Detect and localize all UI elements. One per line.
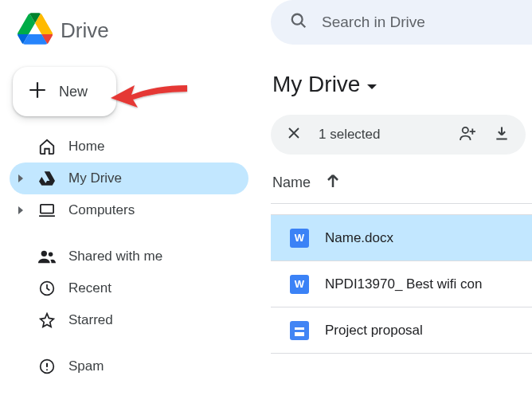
home-icon: [37, 138, 57, 155]
star-icon: [37, 312, 57, 328]
file-name: Project proposal: [325, 323, 423, 339]
file-list: W Name.docx W NPDI13970_ Best wifi con P…: [271, 203, 532, 354]
selection-count: 1 selected: [319, 127, 381, 143]
download-icon[interactable]: [494, 125, 510, 145]
sidebar-item-label: Shared with me: [68, 249, 162, 264]
selection-bar: 1 selected: [271, 115, 526, 155]
column-header-name[interactable]: Name: [271, 174, 532, 192]
plus-icon: [27, 80, 48, 104]
close-icon[interactable]: [287, 126, 301, 144]
sidebar-item-label: Spam: [68, 358, 104, 374]
chevron-down-icon: [366, 72, 377, 97]
spam-icon: [37, 358, 57, 374]
sidebar-item-starred[interactable]: Starred: [10, 304, 248, 336]
chevron-right-icon: [18, 174, 25, 182]
sidebar-item-recent[interactable]: Recent: [10, 272, 248, 304]
file-name: NPDI13970_ Best wifi con: [325, 276, 483, 292]
sidebar-item-my-drive[interactable]: My Drive: [10, 163, 248, 194]
sidebar-item-label: My Drive: [68, 170, 122, 186]
search-icon: [290, 12, 307, 33]
sidebar-item-label: Starred: [68, 312, 113, 328]
new-button-label: New: [59, 84, 88, 100]
file-row[interactable]: W Name.docx: [271, 215, 532, 261]
sidebar-item-label: Recent: [68, 280, 111, 296]
new-button[interactable]: New: [13, 67, 116, 116]
svg-point-1: [41, 251, 47, 256]
svg-rect-0: [41, 205, 53, 213]
share-icon[interactable]: [459, 126, 476, 144]
computers-icon: [37, 203, 57, 217]
svg-point-7: [463, 127, 468, 132]
people-icon: [37, 249, 57, 264]
brand: Drive: [0, 5, 271, 51]
sidebar-item-spam[interactable]: Spam: [10, 350, 248, 382]
word-doc-icon: W: [290, 275, 309, 294]
file-row[interactable]: Project proposal: [271, 307, 532, 354]
sidebar-nav: Home My Drive Computers: [0, 131, 271, 382]
brand-title: Drive: [61, 18, 109, 43]
sidebar-item-computers[interactable]: Computers: [10, 194, 248, 226]
file-row[interactable]: W NPDI13970_ Best wifi con: [271, 261, 532, 307]
svg-point-2: [49, 253, 53, 257]
page-title: My Drive: [272, 72, 360, 97]
sidebar-item-home[interactable]: Home: [10, 131, 248, 163]
location-dropdown[interactable]: My Drive: [271, 72, 532, 97]
search-bar[interactable]: Search in Drive: [271, 0, 532, 45]
sort-arrow-up-icon[interactable]: [327, 174, 339, 192]
drive-logo-icon: [18, 13, 53, 48]
drive-icon: [37, 171, 57, 186]
sidebar-item-label: Computers: [68, 202, 135, 218]
google-doc-icon: [290, 321, 309, 340]
search-placeholder: Search in Drive: [322, 14, 425, 31]
svg-point-5: [46, 369, 48, 370]
chevron-right-icon: [18, 206, 25, 214]
clock-icon: [37, 280, 57, 296]
svg-point-6: [292, 14, 303, 24]
word-doc-icon: W: [290, 229, 309, 248]
column-label: Name: [272, 174, 311, 191]
sidebar-item-label: Home: [68, 139, 104, 155]
file-name: Name.docx: [325, 230, 393, 246]
sidebar-item-shared[interactable]: Shared with me: [10, 241, 248, 272]
